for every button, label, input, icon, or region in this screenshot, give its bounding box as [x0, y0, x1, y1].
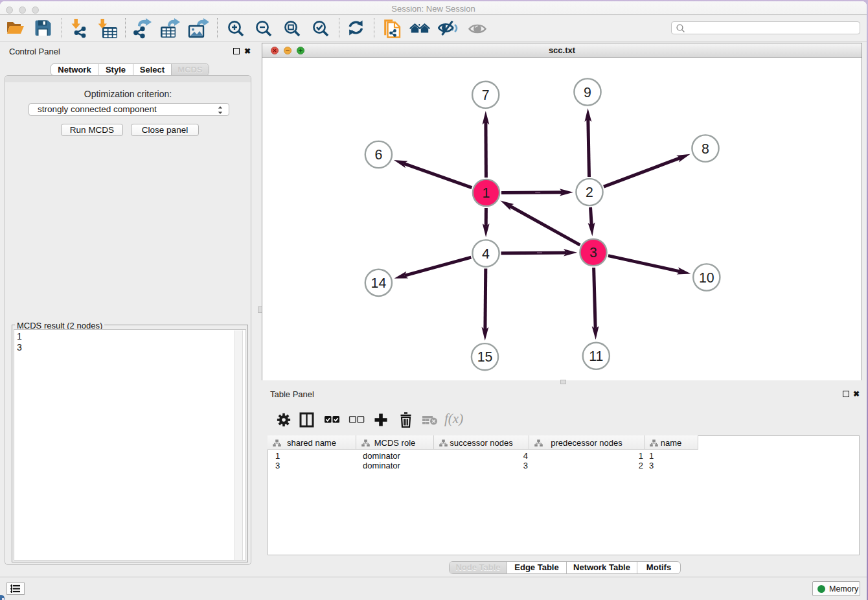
- svg-text:6: 6: [374, 147, 382, 163]
- svg-text:15: 15: [477, 349, 493, 365]
- svg-text:8: 8: [702, 141, 709, 157]
- svg-text:4: 4: [482, 246, 490, 262]
- svg-text:14: 14: [371, 275, 387, 291]
- svg-text:1: 1: [483, 185, 490, 201]
- svg-text:11: 11: [589, 349, 603, 364]
- svg-text:9: 9: [584, 85, 591, 100]
- svg-text:2: 2: [586, 185, 593, 200]
- svg-text:7: 7: [482, 87, 490, 103]
- svg-text:10: 10: [699, 270, 714, 286]
- svg-text:3: 3: [589, 245, 597, 260]
